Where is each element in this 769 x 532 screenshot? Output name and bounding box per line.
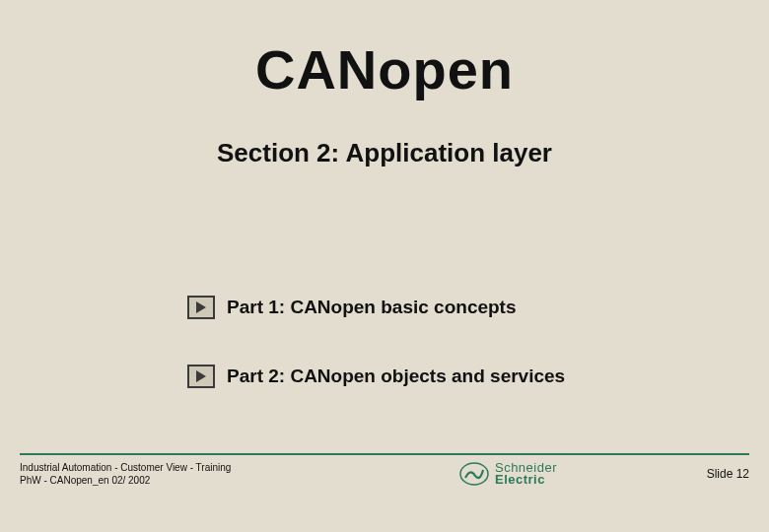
slide-subtitle: Section 2: Application layer	[0, 138, 769, 168]
footer-divider	[20, 453, 749, 455]
footer-line2: PhW - CANopen_en 02/ 2002	[20, 474, 231, 487]
slide-number: Slide 12	[707, 467, 749, 481]
play-icon	[187, 365, 215, 388]
slide-container: CANopen Section 2: Application layer Par…	[0, 0, 769, 532]
schneider-logo-mark	[459, 462, 489, 486]
schneider-logo-text: Schneider Electric	[495, 462, 557, 487]
svg-marker-0	[196, 301, 206, 313]
nav-item-part2[interactable]: Part 2: CANopen objects and services	[187, 365, 565, 388]
svg-marker-1	[196, 370, 206, 382]
nav-item-label: Part 2: CANopen objects and services	[227, 366, 565, 387]
slide-title: CANopen	[0, 37, 769, 101]
footer-left: Industrial Automation - Customer View - …	[20, 461, 231, 487]
schneider-logo: Schneider Electric	[459, 462, 557, 487]
nav-item-label: Part 1: CANopen basic concepts	[227, 297, 517, 318]
footer-line1: Industrial Automation - Customer View - …	[20, 461, 231, 474]
nav-item-part1[interactable]: Part 1: CANopen basic concepts	[187, 296, 517, 319]
footer: Industrial Automation - Customer View - …	[20, 461, 749, 487]
play-icon	[187, 296, 215, 319]
logo-text-bottom: Electric	[495, 474, 557, 486]
